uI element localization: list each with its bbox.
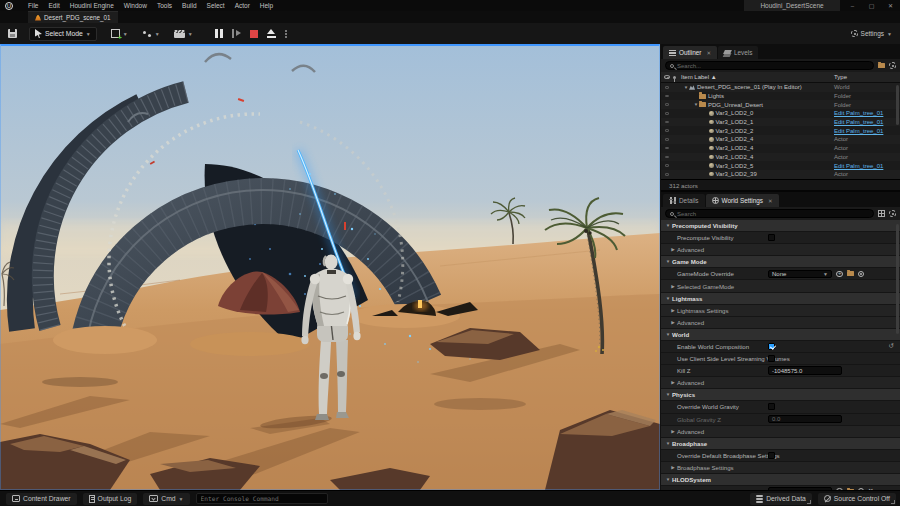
category-caret-icon[interactable]: ▶ [669,247,677,252]
category-game-mode[interactable]: ▼Game Mode [661,256,900,268]
details-search-input[interactable] [677,211,869,217]
row-item-label[interactable]: Var3_LOD2_5 [716,163,754,169]
category-caret-icon[interactable]: ▼ [664,223,672,228]
category-hlodsystem[interactable]: ▼HLODSystem [661,474,900,486]
category-precomputed-visibility[interactable]: ▼Precomputed Visibility [661,220,900,232]
category-caret-icon[interactable]: ▼ [664,441,672,446]
cinematics-dropdown[interactable]: ▼ [174,30,193,38]
tab-details[interactable]: Details [663,194,705,207]
category-caret-icon[interactable]: ▶ [669,284,677,289]
row-item-label[interactable]: Var3_LOD2_4 [716,154,754,160]
checkbox[interactable] [768,452,775,459]
pin-column-icon[interactable] [673,76,676,79]
viewport-3d-scene[interactable] [0,44,660,490]
outliner-search-input[interactable] [677,63,869,69]
value-field[interactable]: 0.0 [768,415,842,424]
outliner-settings-icon[interactable] [889,62,896,69]
close-button[interactable]: ✕ [881,0,900,11]
pause-button[interactable] [215,29,223,38]
select-mode-dropdown[interactable]: Select Mode ▼ [29,27,97,41]
outliner-scrollbar[interactable] [896,85,899,125]
outliner-row[interactable]: LightsFolder [661,92,900,101]
row-visibility-eye-icon[interactable] [661,129,673,132]
checkbox[interactable] [768,234,775,241]
property-global-gravity-z[interactable]: Global Gravity Z0.0 [661,414,900,426]
category-caret-icon[interactable]: ▶ [669,320,677,325]
row-visibility-eye-icon[interactable] [661,138,673,141]
menu-actor[interactable]: Actor [235,2,250,9]
more-options-icon[interactable] [285,30,287,32]
property-override-default-broadphase-settings[interactable]: Override Default Broadphase Settings [661,450,900,462]
category-selected-gamemode[interactable]: ▶Selected GameMode [661,280,900,292]
row-visibility-eye-icon[interactable] [661,95,673,98]
type-column-header[interactable]: Type [834,74,847,80]
property-gamemode-override[interactable]: GameMode OverrideNone▼ [661,268,900,280]
outliner-row[interactable]: Var3_LOD2_4Actor [661,153,900,162]
outliner-row[interactable]: ▼Desert_PDG_scene_01 (Play In Editor)Wor… [661,83,900,92]
outliner-row[interactable]: Var3_LOD2_4Actor [661,135,900,144]
details-search-box[interactable] [665,209,874,218]
category-caret-icon[interactable]: ▼ [664,259,672,264]
property-use-client-side-level-streaming-volumes[interactable]: Use Client Side Level Streaming Volumes [661,353,900,365]
row-visibility-eye-icon[interactable] [661,164,673,167]
expand-caret-icon[interactable]: ▼ [683,85,689,90]
output-log-button[interactable]: Output Log [83,493,138,505]
category-caret-icon[interactable]: ▼ [664,477,672,482]
row-visibility-eye-icon[interactable] [661,121,673,124]
row-visibility-eye-icon[interactable] [661,147,673,150]
category-caret-icon[interactable]: ▼ [664,296,672,301]
category-caret-icon[interactable]: ▼ [664,332,672,337]
category-advanced[interactable]: ▶Advanced [661,377,900,389]
row-visibility-eye-icon[interactable] [661,173,673,176]
category-physics[interactable]: ▼Physics [661,389,900,401]
category-lightmass-settings[interactable]: ▶Lightmass Settings [661,305,900,317]
outliner-row[interactable]: Var3_LOD2_5Edit Palm_tree_01 [661,161,900,170]
row-item-label[interactable]: PDG_Unreal_Desert [708,102,763,108]
row-item-label[interactable]: Var3_LOD2_1 [716,119,754,125]
close-icon[interactable]: ✕ [706,50,711,56]
derived-data-button[interactable]: Derived Data [750,493,812,505]
blueprints-dropdown[interactable]: ▼ [142,29,160,38]
row-visibility-eye-icon[interactable] [661,112,673,115]
dropdown[interactable]: None▼ [768,270,832,279]
row-item-label[interactable]: Var3_LOD2_4 [716,136,754,142]
frame-skip-button[interactable] [232,29,241,38]
category-advanced[interactable]: ▶Advanced [661,426,900,438]
tab-levels[interactable]: Levels [718,46,758,59]
details-scrollbar[interactable] [896,224,899,334]
category-lightmass[interactable]: ▼Lightmass [661,293,900,305]
checkbox[interactable] [768,343,775,350]
outliner-row[interactable]: Var3_LOD2_2Edit Palm_tree_01 [661,126,900,135]
console-command-box[interactable] [196,493,328,504]
row-visibility-eye-icon[interactable] [661,86,673,89]
minimize-button[interactable]: – [843,0,862,11]
menu-select[interactable]: Select [207,2,225,9]
tab-world-settings[interactable]: World Settings ✕ [706,194,779,207]
row-item-label[interactable]: Desert_PDG_scene_01 (Play In Editor) [697,84,802,90]
menu-houdini-engine[interactable]: Houdini Engine [70,2,114,9]
cmd-dropdown[interactable]: Cmd ▼ [143,493,189,505]
content-drawer-button[interactable]: Content Drawer [6,493,77,505]
browse-folder-icon[interactable] [847,271,854,276]
clear-circle-icon[interactable] [858,271,865,278]
stop-button[interactable] [250,30,258,38]
console-command-input[interactable] [201,495,323,502]
tab-outliner[interactable]: Outliner ✕ [663,46,717,59]
property-enable-world-composition[interactable]: Enable World Composition↺ [661,341,900,353]
item-label-column-header[interactable]: Item Label ▲ [681,74,717,80]
category-broadphase-settings[interactable]: ▶Broadphase Settings [661,462,900,474]
category-caret-icon[interactable]: ▶ [669,465,677,470]
category-caret-icon[interactable]: ▶ [669,380,677,385]
row-item-label[interactable]: Lights [708,93,724,99]
category-advanced[interactable]: ▶Advanced [661,244,900,256]
menu-help[interactable]: Help [260,2,273,9]
outliner-column-header[interactable]: Item Label ▲ Type [661,72,900,83]
close-icon[interactable]: ✕ [768,198,773,204]
category-broadphase[interactable]: ▼Broadphase [661,438,900,450]
viewport-settings-dropdown[interactable]: Settings ▼ [851,30,892,37]
checkbox[interactable] [768,403,775,410]
row-visibility-eye-icon[interactable] [661,103,673,106]
level-tab[interactable]: Desert_PDG_scene_01 [28,11,118,23]
outliner-row[interactable]: ▼PDG_Unreal_DesertFolder [661,100,900,109]
add-actor-dropdown[interactable]: ▼ [111,29,128,38]
